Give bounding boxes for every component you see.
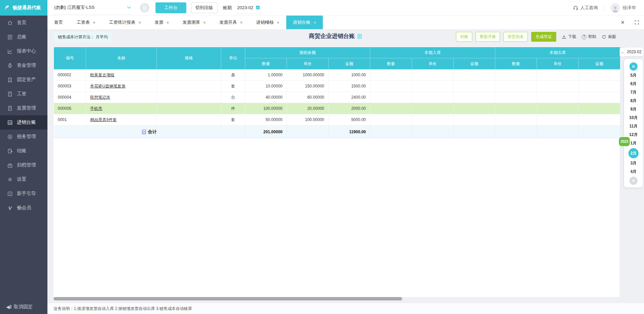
fullscreen-button[interactable]	[630, 16, 644, 29]
total-label: 合计	[148, 129, 157, 135]
sidebar-item-invoice-management[interactable]: 发票管理	[0, 101, 47, 115]
item-name-link[interactable]: 青花瓷U盘钢笔套装	[90, 84, 126, 89]
tab-purchase-sale-audit[interactable]: 进销稽核×	[249, 16, 286, 29]
sidebar-item-payroll[interactable]: 工资	[0, 87, 47, 101]
sidebar-item-home[interactable]: 首页	[0, 16, 47, 30]
subcol-header-price[interactable]: 单价	[537, 58, 579, 70]
sidebar-item-label: 畅会员	[17, 205, 31, 211]
tab-payroll-stats[interactable]: 工资统计报表×	[102, 16, 148, 29]
cell-in-amount	[454, 92, 495, 103]
table-row[interactable]: 0001 精品茶具5件套 套 50.00000 100.00000 5000.0…	[54, 114, 620, 125]
username[interactable]: 徐泽华	[623, 5, 636, 11]
month-item[interactable]: 9月	[624, 105, 643, 114]
cell-unit: 套	[221, 114, 245, 125]
tab-invoice[interactable]: 发票×	[148, 16, 176, 29]
generate-voucher-button[interactable]: 生成凭证	[531, 32, 556, 42]
sidebar-item-beginner-guide[interactable]: 新手引导	[0, 187, 47, 201]
month-item[interactable]: 4月	[624, 168, 643, 176]
group-header-period-out[interactable]: 本期出库	[495, 47, 620, 58]
chevron-down-icon	[127, 6, 131, 9]
month-item[interactable]: 3月	[624, 159, 643, 168]
inventory-alias-button[interactable]: 存货别名	[503, 32, 528, 42]
item-name-link[interactable]: 欧美复古项链	[90, 73, 115, 77]
toolbar-buttons: 对账 重新开账 存货别名 生成凭证 下载 ? 帮助 刷新	[456, 32, 616, 42]
item-name-link[interactable]: 联想笔记本	[90, 95, 110, 100]
tab-invoice-issue[interactable]: 发票开具×	[212, 16, 249, 29]
period-picker[interactable]: 2023-02	[235, 2, 262, 14]
col-header-spec[interactable]: 规格	[157, 47, 221, 70]
company-selector[interactable]: (勿删) 江西服宝-LSS	[53, 1, 132, 15]
download-button[interactable]: 下载	[562, 34, 576, 40]
reopen-account-button[interactable]: 重新开账	[476, 32, 500, 42]
workbench-button[interactable]: 工作台	[155, 2, 186, 13]
tab-home[interactable]: 首页	[47, 16, 70, 29]
subcol-header-amount[interactable]: 金额	[454, 58, 495, 70]
month-item[interactable]: 11月	[624, 122, 643, 131]
live-consult-button[interactable]: 人工咨询	[573, 5, 598, 11]
col-header-code[interactable]: 编号	[54, 47, 86, 70]
table-row[interactable]: 000004 联想笔记本 台 40.00000 60.00000 2400.00	[54, 92, 620, 103]
close-tab-button[interactable]: ×	[616, 16, 630, 29]
subcol-header-price[interactable]: 单价	[287, 58, 329, 70]
month-item[interactable]: 6月	[624, 80, 643, 88]
total-row: 合计 201.00000 11900.00	[54, 125, 620, 138]
subcol-header-qty[interactable]: 数量	[370, 58, 412, 70]
sidebar-item-report-center[interactable]: 报表中心	[0, 44, 47, 58]
subcol-header-amount[interactable]: 金额	[579, 58, 620, 70]
cell-opening-qty: 1.00000	[245, 70, 287, 81]
close-icon[interactable]: ×	[93, 20, 96, 25]
scroll-months-down-button[interactable]	[629, 177, 638, 185]
close-icon[interactable]: ×	[166, 20, 169, 25]
col-header-unit[interactable]: 单位	[221, 47, 245, 70]
month-item[interactable]: 7月	[624, 88, 643, 97]
subcol-header-amount[interactable]: 金额	[329, 58, 370, 70]
help-button[interactable]: ? 帮助	[582, 34, 596, 40]
close-icon[interactable]: ×	[314, 20, 316, 25]
sidebar-item-general-ledger[interactable]: 总账	[0, 30, 47, 44]
sidebar-item-fixed-assets[interactable]: 固定资产	[0, 73, 47, 87]
tab-payroll-sheet[interactable]: 工资表×	[70, 16, 102, 29]
month-item[interactable]: 10月	[624, 114, 643, 122]
close-icon[interactable]: ×	[139, 20, 141, 25]
table-row-highlighted[interactable]: 000005 手机壳 件 100.00000 20.00000 2000.00	[54, 103, 620, 114]
close-icon[interactable]: ×	[277, 20, 279, 25]
notes-icon[interactable]	[140, 3, 149, 13]
cell-opening-amount: 1500.00	[329, 81, 370, 92]
tab-invoice-estimate[interactable]: 发票测算×	[176, 16, 213, 29]
sidebar-item-purchase-sale-ledger[interactable]: 进销台账	[0, 115, 47, 130]
month-item-selected[interactable]: 2月	[628, 148, 639, 158]
month-item-january[interactable]: 2023 1月	[624, 139, 643, 148]
table-row[interactable]: 000002 欧美复古项链 条 1.00000 1000.00000 1000.…	[54, 70, 620, 81]
horizontal-scrollbar[interactable]	[54, 297, 402, 300]
month-item[interactable]: 8月	[624, 97, 643, 105]
subcol-header-qty[interactable]: 数量	[245, 58, 287, 70]
collapse-month-panel-button[interactable]: »	[620, 48, 625, 57]
table-row[interactable]: 000003 青花瓷U盘钢笔套装 套 10.00000 150.00000 15…	[54, 81, 620, 92]
month-item[interactable]: 5月	[624, 71, 643, 80]
footer-note-bar: 业务说明：1.按进项发票自动入库 2.按销项发票自动出库 3.销售成本自动核算	[47, 303, 644, 314]
scroll-months-up-button[interactable]	[629, 62, 638, 71]
sidebar-item-fund-management[interactable]: 资金管理	[0, 58, 47, 73]
user-avatar[interactable]	[610, 3, 620, 13]
sidebar-item-member[interactable]: V 畅会员	[0, 201, 47, 215]
sidebar-item-settings[interactable]: 设置	[0, 172, 47, 187]
cell-opening-qty: 50.00000	[245, 114, 287, 125]
subcol-header-qty[interactable]: 数量	[495, 58, 537, 70]
refresh-button[interactable]: 刷新	[602, 34, 616, 40]
reconcile-button[interactable]: 对账	[456, 32, 472, 42]
close-icon[interactable]: ×	[240, 20, 243, 25]
item-name-link[interactable]: 精品茶具5件套	[90, 117, 117, 122]
subcol-header-price[interactable]: 单价	[412, 58, 454, 70]
switch-old-version-button[interactable]: 切到旧版	[191, 2, 217, 13]
sidebar-item-tax-management[interactable]: 税务管理	[0, 130, 47, 144]
sidebar-item-archive-management[interactable]: 归档管理	[0, 158, 47, 172]
tab-purchase-sale-ledger[interactable]: 进销台账×	[286, 16, 323, 29]
col-header-name[interactable]: 名称	[86, 47, 157, 70]
group-header-opening-balance[interactable]: 期初余额	[245, 47, 370, 58]
unpin-sidebar-button[interactable]: ◀‖ 取消固定	[0, 302, 47, 312]
item-name-link[interactable]: 手机壳	[90, 106, 102, 111]
sidebar-item-closing[interactable]: 结账	[0, 144, 47, 158]
close-icon[interactable]: ×	[203, 20, 206, 25]
topbar-right: 人工咨询 徐泽华	[573, 3, 644, 13]
group-header-period-in[interactable]: 本期入库	[370, 47, 495, 58]
